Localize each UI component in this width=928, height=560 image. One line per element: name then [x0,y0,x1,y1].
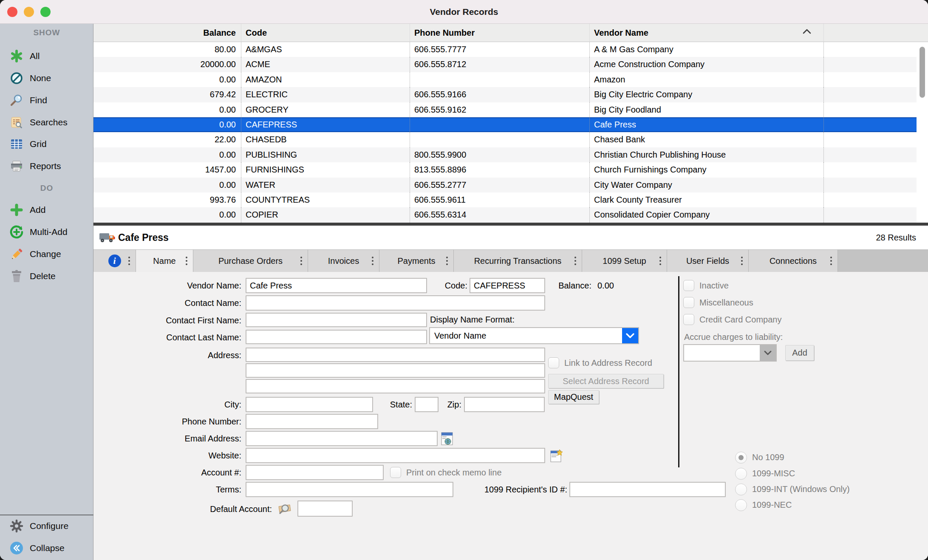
code-field[interactable] [470,278,545,293]
chevron-down-icon[interactable] [622,328,638,343]
inactive-checkbox[interactable] [683,280,694,291]
address-line3-field[interactable] [246,379,545,393]
sidebar-item-collapse[interactable]: Collapse [0,540,93,557]
sidebar-item-label: Delete [30,271,56,281]
address-line2-field[interactable] [246,363,545,378]
tab-1099-setup[interactable]: 1099 Setup [582,250,667,272]
tab-connections[interactable]: Connections [749,250,838,272]
print-memo-checkbox[interactable] [390,467,401,478]
split-divider[interactable] [93,223,928,226]
state-label: State: [365,397,412,412]
sidebar-item-configure[interactable]: Configure [0,518,93,535]
tab-info[interactable]: i [93,250,136,272]
sidebar-item-multi-add[interactable]: Multi-Add [0,223,93,240]
column-header-vendor-name[interactable]: Vendor Name [590,24,824,42]
tab-label: Recurring Transactions [474,256,562,266]
contact-last-name-field[interactable] [246,330,427,344]
sidebar-item-change[interactable]: Change [0,246,93,263]
tab-recurring-transactions[interactable]: Recurring Transactions [454,250,582,272]
display-name-format-select[interactable]: Vendor Name [429,327,639,344]
do-section-label: DO [0,182,93,195]
miscellaneous-checkbox[interactable] [683,297,694,308]
table-row[interactable]: 0.00GROCERY606.555.9162Big City Foodland [93,102,917,117]
balance-label: Balance: [544,278,591,293]
1099-nec-radio[interactable] [735,499,747,511]
cell-balance: 20000.00 [93,57,241,72]
phone-number-field[interactable] [246,414,378,429]
sidebar-item-grid[interactable]: Grid [0,136,93,153]
vendor-name-field[interactable] [246,278,427,293]
zip-field[interactable] [464,397,545,412]
sidebar-item-searches[interactable]: Searches [0,114,93,131]
detail-header: Cafe Press 28 Results [93,226,928,250]
tab-user-fields[interactable]: User Fields [667,250,749,272]
cell-empty [824,147,917,162]
table-row[interactable]: 0.00WATER606.555.2777City Water Company [93,178,917,192]
table-row[interactable]: 22.00CHASEDBChased Bank [93,132,917,147]
table-row[interactable]: 679.42ELECTRIC606.555.9166Big City Elect… [93,87,917,102]
column-header-phone[interactable]: Phone Number [410,24,590,42]
table-row[interactable]: 0.00COPIER606.555.6314Consolidated Copie… [93,207,917,222]
table-row[interactable]: 80.00A&MGAS606.555.7777A & M Gas Company [93,42,917,57]
printer-icon [9,159,24,173]
table-header: Balance Code Phone Number Vendor Name [93,24,928,42]
address-line1-field[interactable] [246,348,545,362]
cell-balance: 0.00 [93,147,241,162]
account-number-field[interactable] [246,465,384,480]
sidebar-item-find[interactable]: Find [0,92,93,109]
city-field[interactable] [246,397,373,412]
table-row[interactable]: 0.00AMAZONAmazon [93,72,917,87]
sidebar-item-reports[interactable]: Reports [0,158,93,175]
contact-first-name-field[interactable] [246,313,427,327]
column-header-balance[interactable]: Balance [93,24,241,42]
table-row[interactable]: 1457.00FURNISHINGS813.555.8896Church Fur… [93,162,917,177]
1099-int-radio[interactable] [735,484,747,495]
tab-label: Connections [770,256,817,266]
tab-invoices[interactable]: Invoices [308,250,379,272]
account-lookup-icon[interactable] [277,502,292,516]
tab-purchase-orders[interactable]: Purchase Orders [193,250,308,272]
open-website-icon[interactable] [550,449,563,462]
truck-icon [99,232,115,243]
sidebar-item-all[interactable]: All [0,48,93,65]
recipient-id-field[interactable] [569,482,726,497]
no-1099-radio[interactable] [735,452,747,464]
app-window: Vendor Records SHOW All None Find Search… [0,0,928,560]
sort-ascending-icon [802,28,812,34]
credit-card-company-label: Credit Card Company [699,312,781,327]
column-header-code[interactable]: Code [241,24,410,42]
1099-misc-radio[interactable] [735,468,747,480]
cell-balance: 80.00 [93,42,241,57]
mapquest-button[interactable]: MapQuest [548,390,599,404]
table-row[interactable]: 0.00PUBLISHING800.555.9900Christian Chur… [93,147,917,162]
tab-payments[interactable]: Payments [379,250,454,272]
sidebar-item-add[interactable]: Add [0,201,93,218]
website-field[interactable] [246,448,545,463]
email-app-icon[interactable] [441,432,453,445]
accrue-add-button[interactable]: Add [785,345,814,361]
terms-field[interactable] [246,482,453,497]
chevron-down-icon[interactable] [760,345,776,361]
scroll-search-icon [9,115,24,130]
sidebar-item-delete[interactable]: Delete [0,268,93,285]
accrue-liability-select[interactable] [683,344,777,362]
sidebar-item-none[interactable]: None [0,70,93,87]
select-address-record-button[interactable]: Select Address Record [548,374,664,388]
email-address-field[interactable] [246,431,438,446]
contact-name-field[interactable] [246,295,545,311]
tab-name[interactable]: Name [136,250,193,272]
cell-empty [824,117,917,132]
default-account-field[interactable] [297,501,353,517]
asterisk-icon [9,49,24,63]
link-address-checkbox[interactable] [548,357,559,368]
table-row[interactable]: 0.00CAFEPRESSCafe Press [93,117,917,132]
table-row[interactable]: 20000.00ACME606.555.8712Acme Constructio… [93,57,917,72]
cell-empty [824,87,917,102]
main-panel: Balance Code Phone Number Vendor Name 80… [93,24,928,560]
contact-last-name-label: Contact Last Name: [93,330,241,345]
tab-label: Purchase Orders [218,256,283,266]
vertical-scrollbar[interactable] [920,47,925,98]
table-row[interactable]: 993.76COUNTYTREAS606.555.9611Clark Count… [93,192,917,207]
credit-card-company-checkbox[interactable] [683,314,694,325]
inactive-label: Inactive [699,278,729,293]
